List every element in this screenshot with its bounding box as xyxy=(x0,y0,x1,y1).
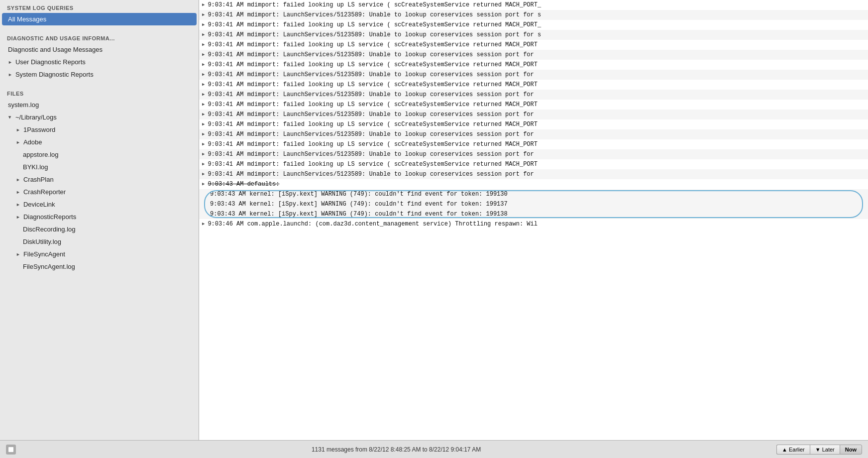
log-text: 9:03:41 AM mdimport: failed looking up L… xyxy=(208,40,864,49)
log-expand-triangle[interactable]: ▶ xyxy=(202,151,205,158)
log-content: ▶9:03:41 AM mdimport: failed looking up … xyxy=(199,0,868,440)
log-expand-triangle[interactable]: ▶ xyxy=(202,2,205,9)
log-row[interactable]: ▶9:03:41 AM mdimport: LaunchServices/512… xyxy=(199,70,868,80)
svg-rect-0 xyxy=(8,447,13,452)
log-row[interactable]: ▶9:03:41 AM mdimport: failed looking up … xyxy=(199,100,868,110)
log-row[interactable]: ▶9:03:41 AM mdimport: LaunchServices/512… xyxy=(199,30,868,40)
later-button[interactable]: ▼ Later xyxy=(810,445,840,455)
devicelink-label: DeviceLink xyxy=(23,201,55,208)
log-text: 9:03:41 AM mdimport: failed looking up L… xyxy=(208,80,864,89)
log-row[interactable]: ▶9:03:41 AM mdimport: failed looking up … xyxy=(199,119,868,129)
log-expand-triangle[interactable]: ▶ xyxy=(202,42,205,49)
sidebar-item-filesyncagent-log[interactable]: FileSyncAgent.log xyxy=(0,260,199,273)
log-row[interactable]: ▶9:03:41 AM mdimport: failed looking up … xyxy=(199,60,868,70)
status-message: 1131 messages from 8/22/12 8:48:25 AM to… xyxy=(16,446,776,453)
sidebar-item-system-log[interactable]: system.log xyxy=(0,99,199,111)
sidebar: SYSTEM LOG QUERIES All Messages DIAGNOST… xyxy=(0,0,199,440)
log-expand-triangle[interactable]: ▶ xyxy=(202,52,205,59)
sidebar-item-appstore-log[interactable]: appstore.log xyxy=(0,148,199,161)
sidebar-item-crashplan[interactable]: ► CrashPlan xyxy=(0,173,199,186)
log-row[interactable]: 9:03:43 AM kernel: [iSpy.kext] WARNING (… xyxy=(199,199,868,209)
log-text: 9:03:41 AM mdimport: LaunchServices/5123… xyxy=(208,110,864,119)
expand-triangle-crashplan: ► xyxy=(16,177,20,182)
log-text: 9:03:41 AM mdimport: failed looking up L… xyxy=(208,20,864,29)
log-row[interactable]: ▶9:03:46 AM com.apple.launchd: (com.daz3… xyxy=(199,219,868,229)
log-row[interactable]: ▶9:03:41 AM mdimport: LaunchServices/512… xyxy=(199,10,868,20)
discrecording-log-label: DiscRecording.log xyxy=(23,226,76,233)
log-expand-triangle[interactable]: ▶ xyxy=(202,121,205,128)
log-text: 9:03:41 AM mdimport: LaunchServices/5123… xyxy=(208,50,864,59)
expand-triangle-user-diag: ► xyxy=(8,60,12,65)
crashreporter-label: CrashReporter xyxy=(23,188,66,196)
log-text: 9:03:43 AM kernel: [iSpy.kext] WARNING (… xyxy=(210,190,864,199)
sidebar-item-crashreporter[interactable]: ► CrashReporter xyxy=(0,186,199,198)
1password-label: 1Password xyxy=(23,126,55,133)
sidebar-item-diskutility-log[interactable]: DiskUtility.log xyxy=(0,235,199,248)
log-expand-triangle[interactable]: ▶ xyxy=(202,112,205,118)
sidebar-item-library-logs[interactable]: ► ~/Library/Logs xyxy=(0,111,199,123)
log-row[interactable]: ▶9:03:41 AM mdimport: LaunchServices/512… xyxy=(199,129,868,139)
status-bar-left xyxy=(6,445,16,455)
log-row[interactable]: ▶9:03:41 AM mdimport: LaunchServices/512… xyxy=(199,50,868,60)
filesyncagent-label: FileSyncAgent xyxy=(23,250,65,258)
sidebar-item-diagnosticreports[interactable]: ► DiagnosticReports xyxy=(0,211,199,223)
all-messages-label: All Messages xyxy=(8,15,46,23)
log-expand-triangle[interactable]: ▶ xyxy=(202,92,205,99)
log-expand-triangle[interactable]: ▶ xyxy=(202,181,205,188)
diagnostic-messages-label: Diagnostic and Usage Messages xyxy=(8,46,103,53)
log-row[interactable]: ▶9:03:41 AM mdimport: failed looking up … xyxy=(199,40,868,50)
log-row[interactable]: ▶9:03:41 AM mdimport: LaunchServices/512… xyxy=(199,149,868,159)
log-text: 9:03:41 AM mdimport: LaunchServices/5123… xyxy=(208,70,864,79)
log-expand-triangle[interactable]: ▶ xyxy=(202,82,205,89)
sidebar-item-devicelink[interactable]: ► DeviceLink xyxy=(0,198,199,211)
log-expand-triangle[interactable]: ▶ xyxy=(202,32,205,39)
circle-group: 9:03:43 AM kernel: [iSpy.kext] WARNING (… xyxy=(199,189,868,219)
log-expand-triangle[interactable]: ▶ xyxy=(202,161,205,168)
sidebar-item-adobe[interactable]: ► Adobe xyxy=(0,136,199,148)
log-expand-triangle[interactable]: ▶ xyxy=(202,171,205,178)
log-expand-triangle[interactable]: ▶ xyxy=(202,221,205,228)
sidebar-item-filesyncagent[interactable]: ► FileSyncAgent xyxy=(0,248,199,260)
crashplan-label: CrashPlan xyxy=(23,176,54,183)
log-expand-triangle[interactable]: ▶ xyxy=(202,12,205,19)
filesyncagent-log-label: FileSyncAgent.log xyxy=(23,263,75,270)
sidebar-item-1password[interactable]: ► 1Password xyxy=(0,123,199,136)
log-text: 9:03:43 AM kernel: [iSpy.kext] WARNING (… xyxy=(210,200,864,209)
log-text: 9:03:41 AM mdimport: failed looking up L… xyxy=(208,60,864,69)
log-row[interactable]: ▶9:03:41 AM mdimport: failed looking up … xyxy=(199,139,868,149)
earlier-label: Earlier xyxy=(789,447,805,453)
sidebar-item-user-diagnostic[interactable]: ► User Diagnostic Reports xyxy=(0,56,199,68)
expand-triangle-crashreporter: ► xyxy=(16,190,20,195)
sidebar-item-diagnostic-messages[interactable]: Diagnostic and Usage Messages xyxy=(0,43,199,56)
now-button[interactable]: Now xyxy=(840,445,862,455)
sidebar-item-byki-log[interactable]: BYKI.log xyxy=(0,161,199,173)
log-row[interactable]: ▶9:03:41 AM mdimport: failed looking up … xyxy=(199,159,868,169)
sidebar-item-all-messages[interactable]: All Messages xyxy=(2,13,197,25)
sidebar-item-system-diagnostic[interactable]: ► System Diagnostic Reports xyxy=(0,68,199,81)
earlier-button[interactable]: ▲ Earlier xyxy=(776,445,810,455)
system-log-label: system.log xyxy=(8,101,39,109)
log-expand-triangle[interactable]: ▶ xyxy=(202,131,205,138)
log-text: 9:03:41 AM mdimport: LaunchServices/5123… xyxy=(208,10,864,19)
log-expand-triangle[interactable]: ▶ xyxy=(202,102,205,109)
log-row[interactable]: ▶9:03:41 AM mdimport: LaunchServices/512… xyxy=(199,90,868,100)
diagnostic-header: DIAGNOSTIC AND USAGE INFORMA... xyxy=(0,30,199,43)
log-text: 9:03:41 AM mdimport: failed looking up L… xyxy=(208,120,864,129)
log-row[interactable]: ▶9:03:41 AM mdimport: failed looking up … xyxy=(199,20,868,30)
sidebar-item-discrecording-log[interactable]: DiscRecording.log xyxy=(0,223,199,235)
log-expand-triangle[interactable]: ▶ xyxy=(202,62,205,69)
log-list: ▶9:03:41 AM mdimport: failed looking up … xyxy=(199,0,868,440)
log-row[interactable]: ▶9:03:43 AM defaults: xyxy=(199,179,868,189)
log-expand-triangle[interactable]: ▶ xyxy=(202,72,205,79)
log-row[interactable]: ▶9:03:41 AM mdimport: failed looking up … xyxy=(199,0,868,10)
log-row[interactable]: ▶9:03:41 AM mdimport: LaunchServices/512… xyxy=(199,169,868,179)
log-row[interactable]: ▶9:03:41 AM mdimport: LaunchServices/512… xyxy=(199,110,868,119)
log-row[interactable]: 9:03:43 AM kernel: [iSpy.kext] WARNING (… xyxy=(199,189,868,199)
earlier-triangle: ▲ xyxy=(782,447,787,453)
log-row[interactable]: 9:03:43 AM kernel: [iSpy.kext] WARNING (… xyxy=(199,209,868,219)
system-diagnostic-label: System Diagnostic Reports xyxy=(15,71,94,78)
log-row[interactable]: ▶9:03:41 AM mdimport: failed looking up … xyxy=(199,80,868,90)
log-expand-triangle[interactable]: ▶ xyxy=(202,22,205,29)
log-text: 9:03:41 AM mdimport: failed looking up L… xyxy=(208,160,864,169)
log-expand-triangle[interactable]: ▶ xyxy=(202,141,205,148)
